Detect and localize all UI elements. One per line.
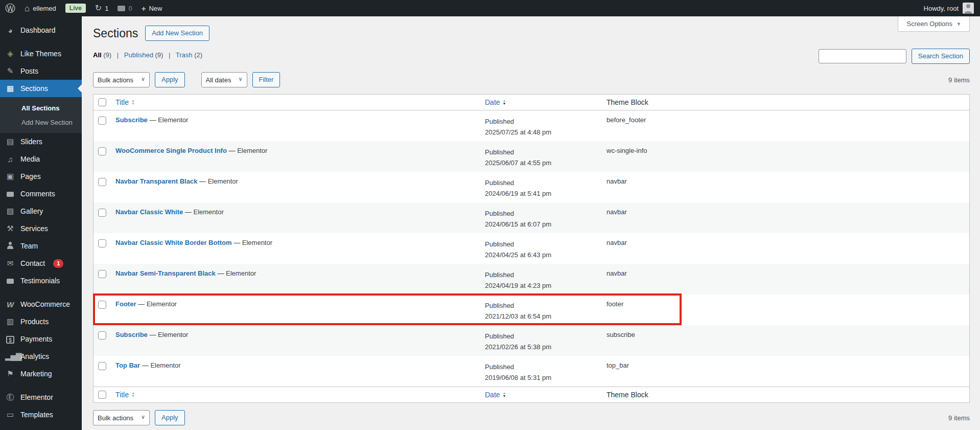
- sidebar-item-payments[interactable]: $ Payments: [0, 330, 82, 348]
- apply-button[interactable]: Apply: [155, 410, 185, 425]
- bulk-actions-select[interactable]: Bulk actions: [93, 410, 150, 425]
- sidebar-item-marketing[interactable]: ⚑ Marketing: [0, 365, 82, 382]
- site-name-link[interactable]: ⌂ ellemed: [25, 4, 56, 13]
- sort-by-title[interactable]: Title ▲▼: [115, 98, 135, 106]
- search-input[interactable]: [819, 49, 906, 63]
- update-icon: ↻: [95, 4, 102, 12]
- wordpress-menu[interactable]: Ⓦ: [5, 3, 15, 13]
- row-title-link[interactable]: Navbar Transparent Black: [115, 177, 197, 185]
- sort-by-date[interactable]: Date ▲▼: [485, 97, 506, 108]
- sort-desc-icon: ▼: [131, 395, 135, 398]
- comment-icon: [118, 6, 125, 11]
- select-all-checkbox[interactable]: [98, 98, 106, 106]
- filter-published-link[interactable]: Published: [124, 51, 153, 59]
- user-avatar[interactable]: [963, 3, 974, 14]
- bulk-actions-select[interactable]: Bulk actions: [93, 72, 150, 87]
- row-checkbox[interactable]: [98, 362, 106, 370]
- table-row: WooCommerce Single Product Info — Elemen…: [94, 141, 969, 172]
- row-title-link[interactable]: Navbar Classic White: [115, 208, 183, 216]
- sidebar-item-media[interactable]: ♫ Media: [0, 150, 82, 168]
- sidebar-item-analytics[interactable]: ▂▅▇ Analytics: [0, 348, 82, 365]
- row-title-link[interactable]: WooCommerce Single Product Info: [115, 147, 227, 154]
- row-title-link[interactable]: Footer: [115, 300, 136, 308]
- sidebar-item-pages[interactable]: ▣ Pages: [0, 168, 82, 185]
- table-row: Navbar Semi-Transparent Black — Elemento…: [94, 264, 969, 295]
- howdy-text[interactable]: Howdy, root: [924, 5, 959, 12]
- row-checkbox[interactable]: [98, 178, 106, 186]
- sidebar-item-comments[interactable]: Comments: [0, 185, 82, 202]
- sidebar-item-templates[interactable]: ▭ Templates: [0, 406, 82, 423]
- theme-block-value: before_footer: [606, 116, 646, 124]
- row-checkbox[interactable]: [98, 239, 106, 247]
- row-checkbox[interactable]: [98, 270, 106, 278]
- items-count: 9 items: [948, 76, 970, 84]
- dollar-icon: $: [5, 335, 15, 344]
- new-label: New: [149, 5, 162, 12]
- sections-submenu: All Sections Add New Section: [0, 97, 82, 133]
- sidebar-item-like-themes[interactable]: ◈ Like Themes: [0, 45, 82, 62]
- select-all-checkbox[interactable]: [98, 391, 106, 399]
- theme-block-column-header: Theme Block: [606, 391, 648, 399]
- envelope-icon: ✉: [5, 259, 15, 268]
- sidebar-item-posts[interactable]: ✎ Posts: [0, 62, 82, 80]
- sidebar-item-testimonials[interactable]: Testimonials: [0, 272, 82, 289]
- plus-icon: +: [142, 4, 146, 13]
- add-new-section-button[interactable]: Add New Section: [145, 26, 209, 41]
- table-row: Subscribe — Elementor Published2021/02/2…: [94, 325, 969, 356]
- comments-icon: [5, 190, 15, 198]
- sections-icon: ▦: [5, 84, 15, 93]
- sidebar-item-sliders[interactable]: ▤ Sliders: [0, 133, 82, 150]
- row-title-link[interactable]: Navbar Classic White Border Bottom: [115, 239, 232, 246]
- sidebar-item-woocommerce[interactable]: W WooCommerce: [0, 296, 82, 313]
- sidebar-item-all-sections[interactable]: All Sections: [0, 101, 82, 115]
- testimonial-bubble-icon: [5, 277, 15, 285]
- filter-all-link[interactable]: All: [93, 51, 102, 59]
- row-checkbox[interactable]: [98, 209, 106, 217]
- items-count: 9 items: [948, 414, 970, 422]
- theme-block-value: navbar: [606, 239, 627, 246]
- sidebar-item-sections[interactable]: ▦ Sections: [0, 80, 82, 97]
- search-section-button[interactable]: Search Section: [912, 49, 970, 64]
- live-badge: Live: [65, 4, 86, 13]
- sort-desc-icon: ▼: [503, 102, 506, 105]
- sidebar-item-services[interactable]: ⚒ Services: [0, 220, 82, 237]
- date-filter-select[interactable]: All dates: [201, 72, 247, 87]
- row-checkbox[interactable]: [98, 147, 106, 155]
- sort-desc-icon: ▼: [503, 395, 506, 398]
- sidebar-item-contact[interactable]: ✉ Contact 1: [0, 255, 82, 272]
- sections-list-table: Title ▲▼ Date ▲▼ Theme Block Subscribe —…: [93, 94, 970, 403]
- comment-count: 0: [128, 5, 132, 12]
- menu-separator: [0, 39, 82, 45]
- sidebar-item-gallery[interactable]: ▨ Gallery: [0, 202, 82, 220]
- filter-trash-link[interactable]: Trash: [176, 51, 193, 59]
- filter-button[interactable]: Filter: [252, 72, 281, 87]
- row-title-link[interactable]: Subscribe: [115, 116, 148, 124]
- contact-notification-badge: 1: [53, 259, 63, 268]
- page-title: Sections: [93, 26, 138, 41]
- row-checkbox[interactable]: [98, 117, 106, 125]
- table-row: Top Bar — Elementor Published2019/06/08 …: [94, 356, 969, 387]
- update-count: 1: [105, 5, 108, 12]
- sort-by-date[interactable]: Date ▲▼: [485, 390, 506, 400]
- sort-by-title[interactable]: Title ▲▼: [115, 391, 135, 399]
- sidebar-item-add-new-section[interactable]: Add New Section: [0, 115, 82, 129]
- sidebar-item-products[interactable]: ▥ Products: [0, 313, 82, 330]
- site-name: ellemed: [33, 5, 56, 12]
- apply-button[interactable]: Apply: [155, 72, 185, 87]
- sidebar-item-dashboard[interactable]: ◕ Dashboard: [0, 21, 82, 39]
- updates-link[interactable]: ↻ 1: [95, 4, 109, 12]
- screen-options-toggle[interactable]: Screen Options ▼: [898, 16, 970, 32]
- row-title-link[interactable]: Top Bar: [115, 361, 140, 369]
- person-icon: [5, 242, 15, 251]
- gallery-icon: ▨: [5, 207, 15, 216]
- products-box-icon: ▥: [5, 317, 15, 326]
- sidebar-item-team[interactable]: Team: [0, 237, 82, 255]
- comments-link[interactable]: 0: [118, 5, 132, 12]
- row-checkbox[interactable]: [98, 301, 106, 309]
- row-title-link[interactable]: Subscribe: [115, 331, 148, 338]
- admin-bar: Ⓦ ⌂ ellemed Live ↻ 1 0 + New Howdy, root: [0, 0, 980, 16]
- row-title-link[interactable]: Navbar Semi-Transparent Black: [115, 269, 216, 277]
- row-checkbox[interactable]: [98, 331, 106, 340]
- new-content-link[interactable]: + New: [142, 4, 162, 13]
- sidebar-item-elementor[interactable]: Ⓔ Elementor: [0, 389, 82, 406]
